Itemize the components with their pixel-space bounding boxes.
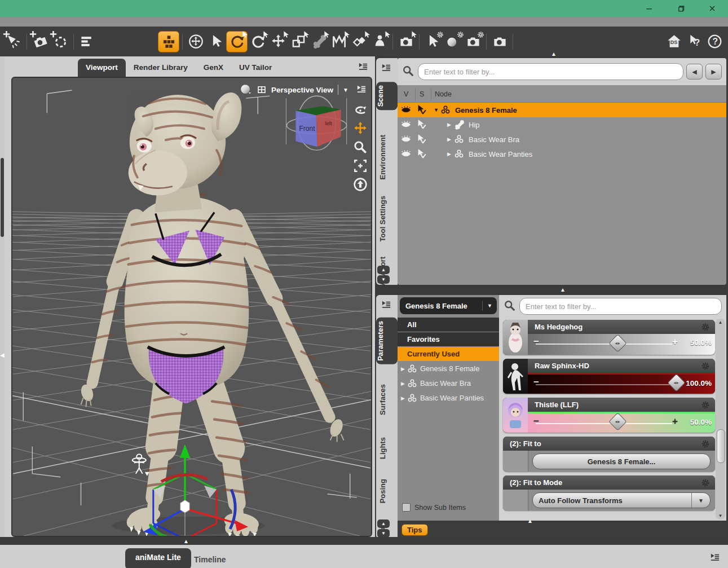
fit-to-mode-dropdown[interactable]: Auto Follow Transforms ▼ — [532, 492, 711, 508]
view-selector-label[interactable]: Perspective View — [271, 86, 333, 94]
node-label[interactable]: Basic Wear Bra — [469, 135, 519, 144]
tab-tool-settings[interactable]: Tool Settings — [378, 196, 396, 241]
slider-track[interactable]: − ◂▸ 100.0% — [528, 373, 715, 394]
group-currently-used[interactable]: Currently Used — [398, 347, 499, 361]
new-spotlight-button[interactable] — [3, 32, 24, 52]
selectable-cursor-check-icon[interactable] — [417, 120, 428, 130]
parameter-gear-icon[interactable] — [700, 361, 711, 371]
measure-metrics-button[interactable] — [329, 32, 349, 52]
params-node-selector[interactable]: Genesis 8 Female ▼ — [400, 297, 497, 314]
figure-selection-button[interactable] — [369, 32, 390, 52]
new-camera-button[interactable] — [30, 32, 50, 52]
visibility-eye-icon[interactable] — [401, 105, 412, 115]
selectable-cursor-check-icon[interactable] — [417, 149, 428, 159]
scrollbar-up-icon[interactable]: ▲ — [716, 320, 725, 325]
minimize-button[interactable] — [633, 0, 665, 17]
frame-camera-icon[interactable] — [353, 158, 368, 173]
search-icon[interactable] — [402, 65, 416, 78]
decrement-icon[interactable]: − — [533, 416, 539, 427]
group-favorites[interactable]: Favorites — [398, 332, 499, 346]
scroll-up-icon[interactable]: ▲ — [377, 519, 390, 528]
expand-icon[interactable]: ▶ — [447, 137, 454, 142]
daz-home-button[interactable]: DS — [664, 32, 684, 52]
parameter-gear-icon[interactable] — [700, 478, 711, 488]
column-visibility[interactable]: V — [404, 90, 408, 98]
node-label[interactable]: Basic Wear Panties — [469, 150, 532, 158]
powerpose-button[interactable] — [158, 31, 179, 52]
slider-thumb[interactable]: ◂▸ — [608, 334, 627, 353]
decrement-icon[interactable]: − — [533, 377, 539, 388]
universal-tool-button[interactable] — [226, 31, 248, 52]
orbit-camera-icon[interactable] — [353, 103, 368, 117]
bottom-splitter-arrow[interactable]: ▲ — [183, 538, 189, 544]
cube-front-label[interactable]: Front — [299, 125, 315, 133]
slider-thumb[interactable]: ◂▸ — [608, 412, 627, 431]
selector-dropdown-icon[interactable]: ▼ — [487, 303, 492, 309]
scene-row-hip[interactable]: ▶ Hip — [398, 117, 726, 132]
surface-selection-tool-button[interactable] — [349, 32, 369, 52]
translate-tool-button[interactable] — [268, 32, 288, 52]
scale-tool-button[interactable] — [288, 32, 308, 52]
left-collapse-icon[interactable]: ◀ — [0, 352, 5, 358]
column-selectability[interactable]: S — [420, 90, 424, 98]
slider-track[interactable]: − ◂▸ + 50.0% — [528, 412, 715, 433]
selectable-cursor-check-icon[interactable] — [417, 105, 428, 115]
bottom-splitter[interactable]: ▲ — [0, 537, 728, 545]
visibility-eye-icon[interactable] — [401, 149, 412, 159]
scroll-up-icon[interactable]: ▲ — [377, 266, 390, 274]
params-splitter-arrow[interactable]: ▲ — [527, 518, 533, 524]
drawstyle-sphere-icon[interactable] — [240, 83, 252, 96]
viewport-pane-menu-icon[interactable] — [356, 60, 370, 73]
scene-row-genesis8female[interactable]: ▼ Genesis 8 Female — [398, 103, 726, 117]
tab-environment[interactable]: Environment — [378, 135, 396, 179]
render-editor-button[interactable] — [463, 32, 483, 52]
tab-surfaces[interactable]: Surfaces — [378, 384, 396, 415]
rotate-tool-button[interactable] — [248, 32, 268, 52]
left-dock-handle[interactable] — [1, 158, 4, 237]
pan-camera-icon[interactable] — [353, 121, 368, 136]
selectable-cursor-check-icon[interactable] — [417, 134, 428, 144]
slider-track[interactable]: − ◂▸ + 50.0% — [528, 334, 715, 355]
scroll-down-icon[interactable]: ▼ — [377, 529, 390, 538]
scene-filter-input[interactable] — [418, 63, 683, 80]
scroll-down-icon[interactable]: ▼ — [377, 275, 390, 284]
scrollbar-down-icon[interactable]: ▼ — [716, 513, 725, 518]
collapse-icon[interactable]: ▼ — [434, 107, 440, 113]
scene-list-button[interactable] — [77, 32, 97, 52]
tab-genx[interactable]: GenX — [196, 59, 231, 77]
dropdown-arrow-icon[interactable]: ▼ — [691, 493, 710, 508]
scene-pane-menu-icon[interactable] — [379, 61, 394, 74]
new-null-button[interactable] — [50, 32, 70, 52]
group-basic-wear-bra[interactable]: ▶ Basic Wear Bra — [398, 376, 499, 390]
scene-row-basic-wear-bra[interactable]: ▶ Basic Wear Bra — [398, 132, 726, 147]
expand-icon[interactable]: ▶ — [447, 122, 454, 127]
node-label[interactable]: Genesis 8 Female — [455, 106, 517, 115]
cube-left-label[interactable]: left — [325, 121, 333, 126]
increment-icon[interactable]: + — [672, 336, 678, 347]
parameter-gear-icon[interactable] — [700, 322, 711, 332]
viewport-overlay-pane-menu-icon[interactable] — [354, 82, 369, 96]
visibility-eye-icon[interactable] — [401, 120, 412, 130]
active-viewport-icon[interactable] — [186, 32, 206, 52]
expand-icon[interactable]: ▶ — [447, 151, 454, 157]
help-button[interactable]: ? — [704, 32, 725, 52]
tool-settings-button[interactable] — [422, 32, 443, 52]
node-selection-tool-button[interactable] — [206, 32, 226, 52]
tips-button[interactable]: Tips — [401, 524, 428, 536]
scrollbar-thumb[interactable] — [717, 429, 725, 463]
scene-top-splitter-arrow[interactable]: ▲ — [551, 51, 557, 57]
visibility-eye-icon[interactable] — [401, 134, 412, 144]
render-button[interactable] — [489, 32, 510, 52]
parameter-gear-icon[interactable] — [700, 439, 711, 449]
group-all[interactable]: All — [398, 318, 499, 332]
fit-to-target-button[interactable]: Genesis 8 Female... — [532, 453, 711, 469]
tab-uv-tailor[interactable]: UV Tailor — [231, 59, 280, 77]
selection-back-button[interactable]: ◀ — [686, 64, 703, 80]
figure-marker-icon[interactable] — [133, 454, 149, 476]
view-selector-dropdown-icon[interactable]: ▼ — [343, 87, 348, 93]
search-icon[interactable] — [504, 300, 517, 313]
selection-forward-button[interactable]: ▶ — [705, 64, 722, 80]
scene-splitter-arrow[interactable]: ▲ — [560, 287, 566, 293]
reset-camera-icon[interactable] — [353, 177, 368, 192]
expand-icon[interactable]: ▶ — [401, 366, 405, 372]
